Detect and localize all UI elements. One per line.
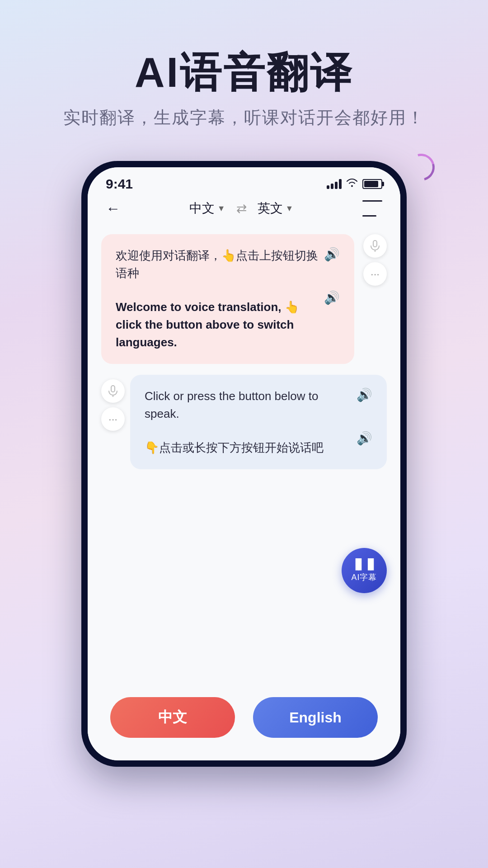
status-icons	[327, 178, 382, 190]
left-side-buttons: ···	[101, 379, 125, 431]
more-button-right[interactable]: ···	[101, 407, 125, 431]
english-speak-button[interactable]: English	[253, 697, 378, 738]
bubble-text-english: Welcome to voice translation, 👆click the…	[116, 298, 320, 351]
signal-icon	[327, 179, 342, 189]
mic-button-right[interactable]	[101, 379, 125, 403]
chat-bubble-left: 欢迎使用对话翻译，👆点击上按钮切换语种 🔊 Welcome to voice t…	[101, 234, 387, 364]
status-time: 9:41	[106, 176, 133, 192]
lang-left-selector[interactable]: 中文 ▼	[189, 200, 225, 217]
nav-center: 中文 ▼ ⇄ 英文 ▼	[189, 200, 294, 217]
ai-caption-button[interactable]: ▐▌▐▌ AI字幕	[342, 548, 387, 593]
bubble-left-content: 欢迎使用对话翻译，👆点击上按钮切换语种 🔊 Welcome to voice t…	[101, 234, 354, 364]
wifi-icon	[346, 178, 358, 190]
bubble-right-content: Click or press the button below to speak…	[130, 375, 387, 469]
phone-screen: 9:41	[88, 167, 400, 760]
bubble-cn-text: 欢迎使用对话翻译，👆点击上按钮切换语种	[116, 247, 320, 282]
chinese-speak-button[interactable]: 中文	[110, 697, 235, 738]
bubble-text-chinese: 欢迎使用对话翻译，👆点击上按钮切换语种	[116, 249, 318, 280]
swap-icon[interactable]: ⇄	[236, 201, 247, 216]
lang-right-arrow-icon: ▼	[286, 204, 294, 213]
lang-right-label: 英文	[258, 200, 283, 217]
more-button[interactable]: ···	[363, 262, 387, 286]
bubble-text-english2: Click or press the button below to speak…	[145, 387, 353, 423]
chat-area: 欢迎使用对话翻译，👆点击上按钮切换语种 🔊 Welcome to voice t…	[88, 225, 400, 684]
header-section: AI语音翻译 实时翻译，生成字幕，听课对话开会都好用！	[63, 0, 425, 147]
waveform-icon: ▐▌▐▌	[352, 558, 376, 570]
page-title: AI语音翻译	[63, 50, 425, 95]
bubble-left-row: 欢迎使用对话翻译，👆点击上按钮切换语种 🔊	[116, 247, 340, 282]
sound-icon-red[interactable]: 🔊	[324, 247, 340, 262]
svg-rect-2	[111, 386, 115, 392]
mic-button[interactable]	[363, 234, 387, 258]
ai-caption-label: AI字幕	[351, 572, 377, 583]
svg-rect-0	[373, 241, 377, 247]
phone-container: 9:41	[81, 161, 407, 767]
page-wrapper: AI语音翻译 实时翻译，生成字幕，听课对话开会都好用！ 9:41	[0, 0, 488, 868]
status-bar: 9:41	[88, 167, 400, 192]
sound-icon-blue2[interactable]: 🔊	[357, 431, 372, 446]
bubble-text-chinese2: 👇点击或长按下方按钮开始说话吧	[145, 439, 324, 457]
back-button[interactable]: ←	[106, 200, 120, 217]
chat-bubble-right: ··· Click or press the button below to s…	[101, 375, 387, 469]
lang-left-arrow-icon: ▼	[217, 204, 225, 213]
menu-icon[interactable]	[362, 200, 382, 217]
battery-icon	[362, 179, 382, 189]
lang-left-label: 中文	[189, 200, 215, 217]
lang-right-selector[interactable]: 英文 ▼	[258, 200, 294, 217]
sound-icon-blue[interactable]: 🔊	[357, 387, 372, 402]
page-subtitle: 实时翻译，生成字幕，听课对话开会都好用！	[63, 106, 425, 129]
phone-frame: 9:41	[81, 161, 407, 767]
right-side-buttons: ···	[363, 234, 387, 286]
app-navbar: ← 中文 ▼ ⇄ 英文 ▼	[88, 192, 400, 225]
sound-icon-red2[interactable]: 🔊	[324, 290, 340, 305]
decorative-arc	[403, 149, 440, 186]
bottom-buttons: 中文 English	[88, 684, 400, 760]
